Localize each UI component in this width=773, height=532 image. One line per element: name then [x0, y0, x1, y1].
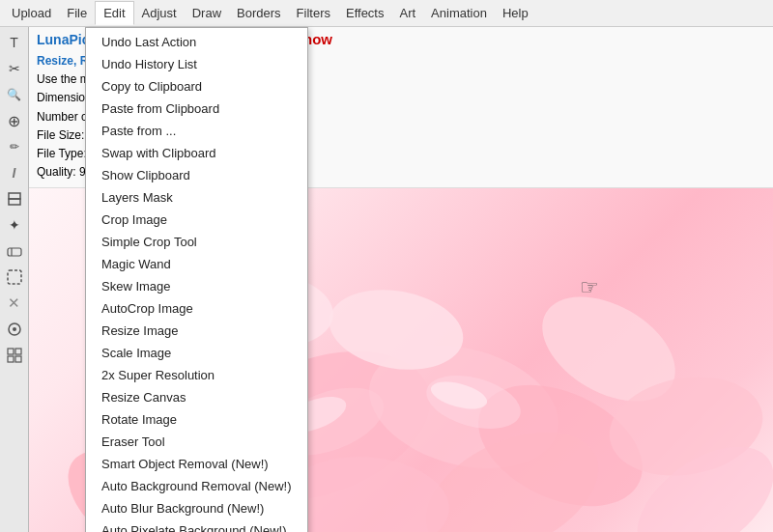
close-tool-btn[interactable]: ✕: [3, 292, 26, 315]
logo-text: LunaPic: [37, 32, 89, 47]
svg-rect-1: [9, 193, 20, 199]
menu-item-help[interactable]: Help: [495, 2, 536, 24]
pencil-tool-btn[interactable]: ✏: [3, 135, 26, 158]
copy-to-clipboard-item[interactable]: Copy to Clipboard: [86, 75, 307, 98]
svg-point-6: [13, 327, 16, 331]
autocrop-image-item[interactable]: AutoCrop Image: [86, 297, 307, 320]
select-tool-btn[interactable]: [3, 266, 26, 289]
eraser-tool-item[interactable]: Eraser Tool: [86, 431, 307, 453]
zoom-tool-btn[interactable]: 🔍: [3, 83, 26, 106]
svg-rect-0: [9, 199, 20, 205]
star-tool-btn[interactable]: ✦: [3, 213, 26, 237]
show-clipboard-item[interactable]: Show Clipboard: [86, 164, 307, 186]
menu-item-adjust[interactable]: Adjust: [134, 2, 185, 24]
undo-history-list-item[interactable]: Undo History List: [86, 53, 307, 75]
resize-image-item[interactable]: Resize Image: [86, 320, 307, 342]
menu-item-file[interactable]: File: [59, 2, 95, 24]
rect-tool-btn[interactable]: I: [3, 161, 26, 184]
menu-item-edit[interactable]: Edit: [95, 1, 133, 25]
circle2-tool-btn[interactable]: [3, 318, 26, 341]
layer-tool-btn[interactable]: [3, 187, 26, 210]
swap-clipboard-item[interactable]: Swap with Clipboard: [86, 142, 307, 164]
svg-rect-8: [15, 349, 21, 354]
search-tool-btn[interactable]: ⊕: [3, 109, 26, 132]
super-resolution-item[interactable]: 2x Super Resolution: [86, 364, 307, 386]
eraser-tool-btn2[interactable]: [3, 239, 26, 263]
svg-rect-9: [8, 356, 14, 362]
edit-dropdown: Undo Last Action Undo History List Copy …: [85, 27, 308, 532]
menu-item-upload[interactable]: Upload: [4, 2, 59, 24]
smart-object-removal-item[interactable]: Smart Object Removal (New!): [86, 453, 307, 475]
left-toolbar: T ✂ 🔍 ⊕ ✏ I ✦ ✕: [0, 27, 29, 532]
svg-rect-10: [15, 356, 21, 362]
text-tool-btn[interactable]: T: [3, 31, 26, 54]
crop-image-item[interactable]: Crop Image: [86, 209, 307, 231]
scissors-tool-btn[interactable]: ✂: [3, 57, 26, 80]
svg-rect-7: [8, 349, 14, 354]
menu-item-draw[interactable]: Draw: [185, 2, 229, 24]
auto-pixelate-bg-item[interactable]: Auto Pixelate Background (New!): [86, 519, 307, 532]
rotate-image-item[interactable]: Rotate Image: [86, 408, 307, 431]
menu-item-borders[interactable]: Borders: [229, 2, 289, 24]
svg-rect-2: [8, 248, 21, 256]
svg-rect-4: [8, 270, 21, 284]
simple-crop-tool-item[interactable]: Simple Crop Tool: [86, 231, 307, 253]
menu-item-filters[interactable]: Filters: [289, 2, 338, 24]
magic-wand-item[interactable]: Magic Wand: [86, 253, 307, 275]
skew-image-item[interactable]: Skew Image: [86, 275, 307, 297]
menu-item-animation[interactable]: Animation: [423, 2, 495, 24]
resize-canvas-item[interactable]: Resize Canvas: [86, 386, 307, 408]
undo-last-action-item[interactable]: Undo Last Action: [86, 31, 307, 53]
auto-blur-bg-item[interactable]: Auto Blur Background (New!): [86, 497, 307, 519]
menu-bar: Upload File Edit Adjust Draw Borders Fil…: [0, 0, 773, 27]
layers-mask-item[interactable]: Layers Mask: [86, 186, 307, 209]
auto-bg-removal-item[interactable]: Auto Background Removal (New!): [86, 475, 307, 497]
paste-from-clipboard-item[interactable]: Paste from Clipboard: [86, 98, 307, 120]
menu-item-art[interactable]: Art: [391, 2, 423, 24]
paste-from-item[interactable]: Paste from ...: [86, 120, 307, 142]
menu-item-effects[interactable]: Effects: [338, 2, 392, 24]
grid-tool-btn[interactable]: [3, 344, 26, 367]
scale-image-item[interactable]: Scale Image: [86, 342, 307, 364]
